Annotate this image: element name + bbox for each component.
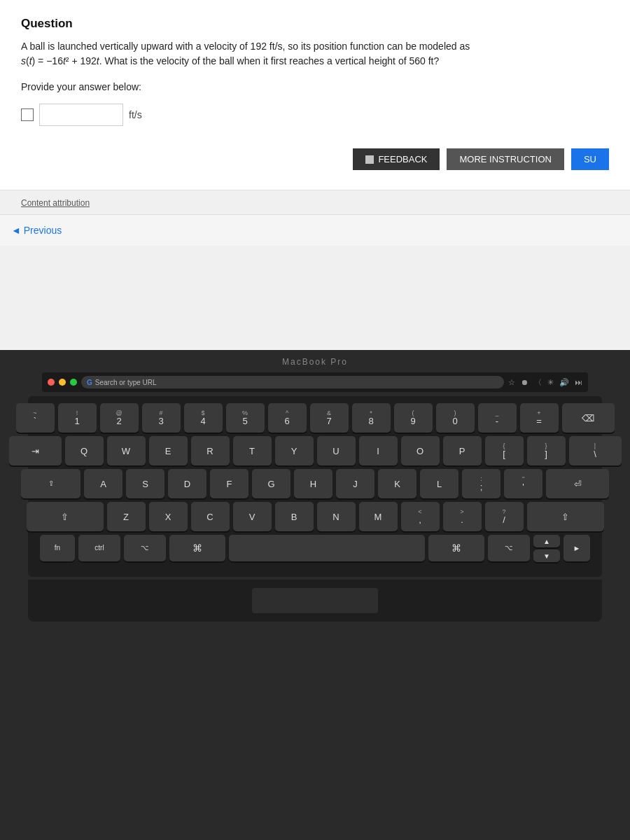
touch-bar: G Search or type URL ☆ ⏺ 〈 ✳ 🔊 ⏭ (42, 372, 588, 392)
tb-chevron-icon[interactable]: 〈 (534, 377, 542, 388)
key-arrow-down[interactable]: ▼ (533, 550, 560, 562)
question-card: Question A ball is launched vertically u… (0, 0, 630, 190)
touchpad[interactable] (252, 588, 378, 613)
key-row-5: fn ctrl ⌥ ⌘ ⌘ ⌥ ▲ ▼ ► (35, 535, 595, 562)
tb-settings-icon[interactable]: ✳ (547, 378, 554, 387)
tb-search-bar[interactable]: G Search or type URL (81, 376, 504, 388)
key-h[interactable]: H (294, 469, 332, 498)
key-c[interactable]: C (191, 502, 230, 531)
key-k[interactable]: K (378, 469, 416, 498)
answer-checkbox[interactable] (21, 108, 34, 121)
key-0[interactable]: )0 (436, 403, 475, 433)
key-j[interactable]: J (336, 469, 374, 498)
key-s[interactable]: S (126, 469, 164, 498)
button-row: FEEDBACK MORE INSTRUCTION SU (21, 140, 609, 176)
more-instruction-button[interactable]: MORE INSTRUCTION (447, 148, 564, 170)
key-f[interactable]: F (210, 469, 248, 498)
key-tilde[interactable]: ~` (16, 403, 55, 433)
key-3[interactable]: #3 (142, 403, 181, 433)
key-semicolon[interactable]: :; (462, 469, 500, 498)
key-space[interactable] (229, 535, 425, 561)
key-i[interactable]: I (359, 436, 398, 465)
key-2[interactable]: @2 (100, 403, 139, 433)
key-4[interactable]: $4 (184, 403, 223, 433)
content-attribution[interactable]: Content attribution (21, 194, 90, 211)
bottom-bezel (28, 580, 602, 622)
key-o[interactable]: O (401, 436, 440, 465)
tb-close[interactable] (48, 379, 55, 386)
macbook-frame: MacBook Pro G Search or type URL ☆ ⏺ 〈 ✳… (0, 350, 630, 840)
key-equals[interactable]: += (520, 403, 559, 433)
key-a[interactable]: A (84, 469, 122, 498)
key-bracket-r[interactable]: }] (527, 436, 566, 465)
answer-row: ft/s (21, 104, 609, 126)
key-cmd-r[interactable]: ⌘ (428, 535, 484, 561)
key-w[interactable]: W (107, 436, 146, 465)
key-ctrl[interactable]: ctrl (78, 535, 120, 561)
tb-maximize[interactable] (70, 379, 77, 386)
key-v[interactable]: V (233, 502, 272, 531)
key-7[interactable]: &7 (310, 403, 349, 433)
key-backspace[interactable]: ⌫ (562, 403, 615, 433)
submit-button[interactable]: SU (571, 148, 609, 170)
key-y[interactable]: Y (275, 436, 314, 465)
key-minus[interactable]: _- (478, 403, 517, 433)
feedback-button[interactable]: FEEDBACK (353, 148, 440, 170)
key-1[interactable]: !1 (58, 403, 97, 433)
key-z[interactable]: Z (107, 502, 146, 531)
tb-star-icon[interactable]: ☆ (508, 378, 515, 387)
key-p[interactable]: P (443, 436, 482, 465)
tb-minimize[interactable] (59, 379, 66, 386)
key-5[interactable]: %5 (226, 403, 265, 433)
key-backslash[interactable]: |\ (569, 436, 622, 465)
key-arrow-right[interactable]: ► (564, 535, 590, 561)
key-period[interactable]: >. (443, 502, 482, 531)
browser-area: Question A ball is launched vertically u… (0, 0, 630, 350)
key-rshift[interactable]: ⇧ (527, 502, 604, 531)
key-x[interactable]: X (149, 502, 188, 531)
tb-search-text: Search or type URL (95, 379, 157, 386)
answer-input[interactable] (39, 104, 123, 126)
key-8[interactable]: *8 (352, 403, 391, 433)
tb-skip-icon[interactable]: ⏭ (575, 378, 582, 386)
nav-row: ◄ Previous (0, 214, 630, 246)
tb-record-icon[interactable]: ⏺ (521, 378, 528, 386)
previous-button[interactable]: ◄ Previous (11, 222, 62, 239)
key-g[interactable]: G (252, 469, 290, 498)
key-9[interactable]: (9 (394, 403, 433, 433)
key-quote[interactable]: "' (504, 469, 542, 498)
tb-volume-icon[interactable]: 🔊 (559, 378, 569, 387)
key-capslock[interactable]: ⇪ (21, 469, 80, 498)
key-slash[interactable]: ?/ (485, 502, 524, 531)
key-tab[interactable]: ⇥ (9, 436, 62, 465)
key-bracket-l[interactable]: {[ (485, 436, 524, 465)
key-comma[interactable]: <, (401, 502, 440, 531)
key-fn[interactable]: fn (40, 535, 75, 561)
key-u[interactable]: U (317, 436, 356, 465)
key-n[interactable]: N (317, 502, 356, 531)
key-row-4: ⇧ Z X C V B N M <, >. ?/ ⇧ (35, 502, 595, 531)
key-enter[interactable]: ⏎ (546, 469, 609, 498)
key-opt-l[interactable]: ⌥ (124, 535, 166, 561)
question-text-line2: s(t) = −16t² + 192t. What is the velocit… (21, 55, 439, 66)
feedback-icon (365, 155, 374, 164)
key-t[interactable]: T (233, 436, 272, 465)
key-e[interactable]: E (149, 436, 188, 465)
key-lshift[interactable]: ⇧ (27, 502, 104, 531)
key-l[interactable]: L (420, 469, 458, 498)
key-d[interactable]: D (168, 469, 206, 498)
provide-label: Provide your answer below: (21, 81, 609, 92)
key-m[interactable]: M (359, 502, 398, 531)
attribution-area: Content attribution (0, 190, 630, 214)
question-text-line1: A ball is launched vertically upward wit… (21, 41, 470, 52)
key-cmd-l[interactable]: ⌘ (169, 535, 225, 561)
key-q[interactable]: Q (65, 436, 104, 465)
key-opt-r[interactable]: ⌥ (488, 535, 530, 561)
macbook-label: MacBook Pro (282, 357, 348, 367)
key-b[interactable]: B (275, 502, 314, 531)
arrow-keys: ▲ ▼ (533, 535, 560, 562)
key-row-2: ⇥ Q W E R T Y U I O P {[ }] |\ (35, 436, 595, 465)
key-r[interactable]: R (191, 436, 230, 465)
key-6[interactable]: ^6 (268, 403, 307, 433)
key-arrow-up[interactable]: ▲ (533, 535, 560, 547)
